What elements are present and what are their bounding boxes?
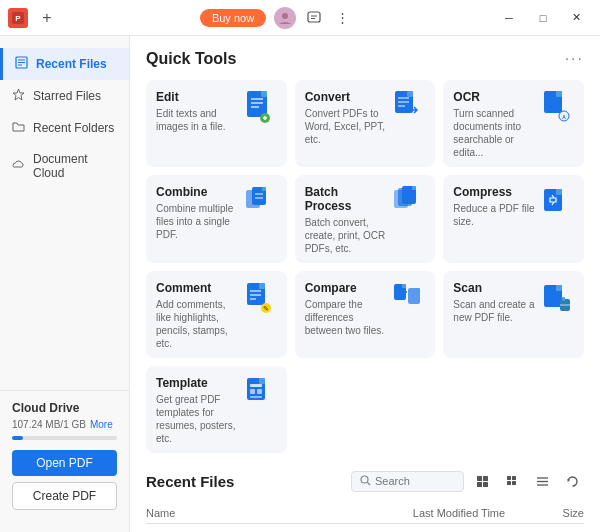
- title-bar: P + Buy now ⋮ ─ □ ✕: [0, 0, 600, 36]
- tool-comment[interactable]: Comment Add comments, like highlights, p…: [146, 271, 287, 358]
- cloud-drive-more[interactable]: More: [90, 419, 113, 430]
- svg-rect-71: [507, 481, 511, 485]
- svg-rect-55: [562, 297, 565, 301]
- svg-rect-61: [257, 389, 262, 394]
- tool-compare[interactable]: Compare Compare the differences between …: [295, 271, 436, 358]
- maximize-button[interactable]: □: [528, 7, 558, 29]
- sidebar-item-recent-folders[interactable]: Recent Folders: [0, 112, 129, 144]
- quick-tools-title: Quick Tools: [146, 50, 236, 68]
- tool-compress-info: Compress Reduce a PDF file size.: [453, 185, 536, 228]
- cloud-drive-progress: [12, 436, 117, 440]
- svg-rect-69: [507, 476, 511, 480]
- tool-batch-name: Batch Process: [305, 185, 388, 213]
- cloud-drive-info: 107.24 MB/1 GB More: [12, 419, 117, 430]
- tool-convert-desc: Convert PDFs to Word, Excel, PPT, etc.: [305, 107, 388, 146]
- sidebar-item-document-cloud[interactable]: Document Cloud: [0, 144, 129, 188]
- content-area: Quick Tools ··· Edit Edit texts and imag…: [130, 36, 600, 532]
- svg-text:✎: ✎: [263, 305, 269, 312]
- svg-rect-59: [250, 384, 262, 387]
- starred-files-icon: [12, 88, 25, 104]
- sidebar-item-label: Recent Files: [36, 57, 107, 71]
- view-list-button[interactable]: [530, 469, 554, 493]
- tool-template[interactable]: Template Get great PDF templates for res…: [146, 366, 287, 453]
- svg-rect-39: [556, 189, 562, 195]
- tool-batch-process[interactable]: Batch Process Batch convert, create, pri…: [295, 175, 436, 263]
- svg-rect-50: [416, 288, 420, 292]
- tool-edit-desc: Edit texts and images in a file.: [156, 107, 239, 133]
- tool-scan-icon: [542, 281, 574, 317]
- search-input[interactable]: [375, 475, 455, 487]
- tool-convert[interactable]: Convert Convert PDFs to Word, Excel, PPT…: [295, 80, 436, 167]
- tool-convert-name: Convert: [305, 90, 388, 104]
- view-grid-small-button[interactable]: [470, 469, 494, 493]
- sidebar: Recent Files Starred Files Recent Folder…: [0, 36, 130, 532]
- col-size-header: Size: [524, 507, 584, 519]
- tool-ocr[interactable]: OCR Turn scanned documents into searchab…: [443, 80, 584, 167]
- tool-compress[interactable]: Compress Reduce a PDF file size.: [443, 175, 584, 263]
- tool-combine-name: Combine: [156, 185, 239, 199]
- create-pdf-button[interactable]: Create PDF: [12, 482, 117, 510]
- tool-edit-name: Edit: [156, 90, 239, 104]
- tool-scan-name: Scan: [453, 281, 536, 295]
- tool-scan-info: Scan Scan and create a new PDF file.: [453, 281, 536, 324]
- tool-combine-info: Combine Combine multiple files into a si…: [156, 185, 239, 241]
- tool-ocr-name: OCR: [453, 90, 536, 104]
- view-grid-large-button[interactable]: [500, 469, 524, 493]
- svg-rect-13: [261, 91, 267, 97]
- tool-compare-desc: Compare the differences between two file…: [305, 298, 388, 337]
- new-tab-button[interactable]: +: [36, 7, 58, 29]
- sidebar-item-recent-files[interactable]: Recent Files: [0, 48, 129, 80]
- tool-compress-desc: Reduce a PDF file size.: [453, 202, 536, 228]
- tool-comment-desc: Add comments, like highlights, pencils, …: [156, 298, 239, 350]
- title-bar-center: Buy now ⋮: [200, 7, 352, 29]
- cloud-drive-usage: 107.24 MB/1 GB: [12, 419, 86, 430]
- tool-combine[interactable]: Combine Combine multiple files into a si…: [146, 175, 287, 263]
- tools-grid: Edit Edit texts and images in a file. Co…: [146, 80, 584, 453]
- tool-compare-info: Compare Compare the differences between …: [305, 281, 388, 337]
- close-button[interactable]: ✕: [562, 7, 592, 29]
- table-row[interactable]: sodapdf-compressed (1).... Earlier 1.12 …: [146, 528, 584, 532]
- svg-rect-31: [262, 187, 266, 191]
- sidebar-item-label: Document Cloud: [33, 152, 117, 180]
- chat-icon[interactable]: [304, 8, 324, 28]
- svg-rect-65: [477, 476, 482, 481]
- cloud-drive-title: Cloud Drive: [12, 401, 117, 415]
- refresh-button[interactable]: [560, 469, 584, 493]
- open-pdf-button[interactable]: Open PDF: [12, 450, 117, 476]
- svg-point-3: [282, 13, 288, 19]
- tool-scan[interactable]: Scan Scan and create a new PDF file.: [443, 271, 584, 358]
- more-icon[interactable]: ⋮: [332, 8, 352, 28]
- tool-comment-info: Comment Add comments, like highlights, p…: [156, 281, 239, 350]
- avatar[interactable]: [274, 7, 296, 29]
- app-icon: P: [8, 8, 28, 28]
- title-bar-left: P +: [8, 7, 58, 29]
- tool-convert-info: Convert Convert PDFs to Word, Excel, PPT…: [305, 90, 388, 146]
- recent-files-title: Recent Files: [146, 473, 234, 490]
- svg-rect-21: [407, 91, 413, 97]
- minimize-button[interactable]: ─: [494, 7, 524, 29]
- window-controls: ─ □ ✕: [494, 7, 592, 29]
- document-cloud-icon: [12, 158, 25, 174]
- quick-tools-more-button[interactable]: ···: [565, 50, 584, 68]
- recent-folders-icon: [12, 120, 25, 136]
- tool-edit-info: Edit Edit texts and images in a file.: [156, 90, 239, 133]
- recent-files-toolbar: [351, 469, 584, 493]
- tool-batch-icon: [393, 185, 425, 221]
- buy-now-button[interactable]: Buy now: [200, 9, 266, 27]
- tool-comment-icon: ✎: [245, 281, 277, 317]
- sidebar-item-starred-files[interactable]: Starred Files: [0, 80, 129, 112]
- file-table: Name Last Modified Time Size sodapdf-com…: [146, 503, 584, 532]
- search-box[interactable]: [351, 471, 464, 492]
- tool-compress-name: Compress: [453, 185, 536, 199]
- tool-template-info: Template Get great PDF templates for res…: [156, 376, 239, 445]
- tool-ocr-info: OCR Turn scanned documents into searchab…: [453, 90, 536, 159]
- search-icon: [360, 475, 371, 488]
- tool-edit[interactable]: Edit Edit texts and images in a file.: [146, 80, 287, 167]
- svg-rect-41: [259, 283, 265, 289]
- quick-tools-header: Quick Tools ···: [146, 50, 584, 68]
- svg-rect-48: [402, 284, 406, 288]
- svg-line-64: [368, 482, 371, 485]
- sidebar-item-label: Starred Files: [33, 89, 101, 103]
- svg-rect-68: [483, 482, 488, 487]
- file-table-header: Name Last Modified Time Size: [146, 503, 584, 524]
